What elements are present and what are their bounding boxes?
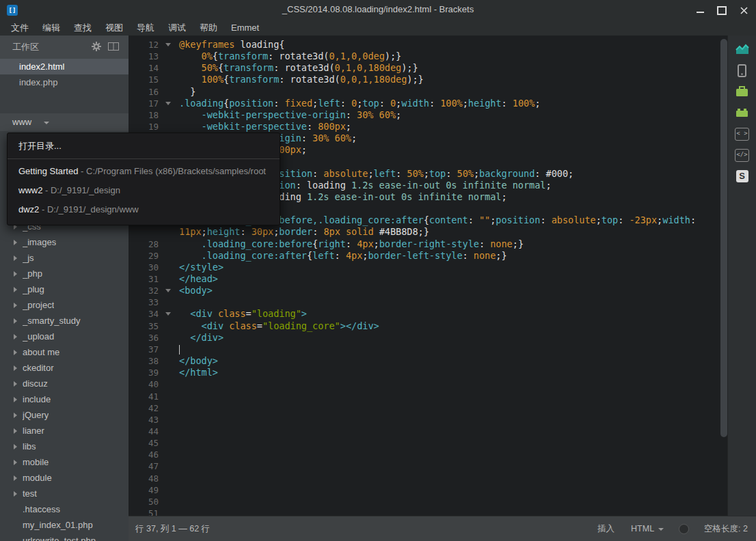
tree-item-_php[interactable]: _php: [0, 266, 129, 281]
menu-view[interactable]: 视图: [98, 20, 130, 36]
line-number: 40: [129, 378, 159, 390]
extension-manager-icon[interactable]: [734, 105, 751, 120]
code-text: 100%{transform: rotate3d(0,0,1,180deg);}: [179, 74, 424, 85]
tree-item-discuz[interactable]: discuz: [0, 376, 129, 391]
tree-item-label: _project: [23, 300, 54, 310]
project-option-dwz2[interactable]: dwz2 - D:/_9191/_design/www: [8, 200, 280, 219]
editor-scrollbar-thumb[interactable]: [720, 39, 727, 437]
working-files-title: 工作区: [12, 41, 92, 53]
collapse-arrow-icon: [14, 381, 17, 387]
line-number: 18: [129, 109, 159, 121]
snippets-icon[interactable]: S: [734, 169, 751, 184]
tree-item-_project[interactable]: _project: [0, 297, 129, 313]
code-beautify-icon[interactable]: </>: [734, 148, 751, 163]
tree-item-_plug[interactable]: _plug: [0, 281, 129, 297]
code-row-15: 15 100%{transform: rotate3d(0,0,1,180deg…: [129, 74, 728, 86]
toolbox-icon[interactable]: [734, 84, 751, 99]
tree-item-module[interactable]: module: [0, 470, 129, 486]
code-row-36: 36 </div>: [129, 332, 728, 344]
tree-item-libs[interactable]: libs: [0, 439, 129, 454]
code-row-35: 35 <div class="loading_core"></div>: [129, 320, 728, 333]
tree-item-urlrewrite_test.php[interactable]: urlrewrite_test.php: [0, 533, 129, 541]
fold-arrow-icon[interactable]: [165, 43, 171, 46]
code-row-19: 19 -webkit-perspective: 800px;: [129, 121, 728, 133]
language-selector[interactable]: HTML: [631, 524, 664, 533]
window-chrome: [] _CSS/2014.08.08.loading/index2.html -…: [0, 0, 756, 36]
code-row-14: 14 50%{transform: rotate3d(0,1,0,180deg)…: [129, 62, 728, 74]
insert-mode-status[interactable]: 插入: [597, 523, 615, 535]
tree-item-my_index_01.php[interactable]: my_index_01.php: [0, 517, 129, 533]
line-number: 37: [129, 344, 159, 355]
code-text: 50%{transform: rotate3d(0,1,0,180deg);}: [179, 62, 418, 74]
line-number: 43: [129, 414, 159, 426]
code-row-12: 12@keyframes loading{: [129, 39, 728, 51]
working-files-list: index2.htmlindex.php: [0, 59, 129, 90]
fold-arrow-icon[interactable]: [165, 102, 171, 105]
tree-item-label: mobile: [23, 457, 49, 467]
tree-item-label: urlrewrite_test.php: [23, 536, 96, 541]
project-dropdown-menu: 打开目录... Getting Started - C:/Program Fil…: [7, 133, 280, 225]
code-row-wrap: 11px;height: 30px;border: 8px solid #4BB…: [129, 226, 728, 238]
project-option-www2[interactable]: www2 - D:/_9191/_design: [8, 181, 280, 200]
code-row-41: 41: [129, 391, 728, 403]
code-text: 11px;height: 30px;border: 8px solid #4BB…: [179, 226, 429, 238]
gear-icon[interactable]: [92, 42, 101, 53]
close-button[interactable]: [738, 5, 749, 16]
code-row-38: 38</body>: [129, 355, 728, 367]
project-option-Getting Started[interactable]: Getting Started - C:/Program Files (x86)…: [8, 162, 280, 181]
status-indicator-icon[interactable]: [679, 524, 689, 534]
tree-item-test[interactable]: test: [0, 486, 129, 501]
working-file-index2.html[interactable]: index2.html: [0, 59, 129, 74]
line-number: 14: [129, 62, 159, 74]
tree-item-label: test: [23, 488, 37, 499]
tree-item-jQuery[interactable]: jQuery: [0, 407, 129, 423]
tree-item-_smarty_study[interactable]: _smarty_study: [0, 313, 129, 329]
code-tag-icon[interactable]: < >: [734, 126, 751, 141]
menubar: 文件编辑查找视图导航调试帮助Emmet: [4, 20, 266, 36]
chevron-down-icon: [658, 528, 664, 531]
statusbar: 行 37, 列 1 — 62 行 插入 HTML 空格长度: 2: [129, 516, 756, 541]
maximize-button[interactable]: [716, 5, 727, 16]
code-row-46: 46: [129, 449, 728, 461]
fold-arrow-icon[interactable]: [165, 312, 171, 316]
project-selector[interactable]: www: [0, 113, 129, 131]
menu-file[interactable]: 文件: [4, 20, 36, 36]
tree-item-label: my_index_01.php: [23, 520, 93, 530]
code-editor[interactable]: 12@keyframes loading{13 0%{transform: ro…: [129, 36, 728, 516]
tree-item-_js[interactable]: _js: [0, 250, 129, 266]
tree-item-label: include: [23, 394, 51, 404]
tree-item-lianer[interactable]: lianer: [0, 423, 129, 439]
collapse-arrow-icon: [14, 271, 17, 277]
menu-edit[interactable]: 编辑: [36, 20, 67, 36]
tree-item-_images[interactable]: _images: [0, 234, 129, 250]
tree-item-mobile[interactable]: mobile: [0, 454, 129, 470]
menu-find[interactable]: 查找: [67, 20, 98, 36]
tree-item-ckeditor[interactable]: ckeditor: [0, 360, 129, 376]
mobile-view-icon[interactable]: [734, 63, 751, 78]
menu-help[interactable]: 帮助: [193, 20, 224, 36]
project-option-path: - C:/Program Files (x86)/Brackets/sample…: [78, 166, 266, 176]
code-text: </body>: [179, 355, 218, 367]
line-number: 19: [129, 121, 159, 133]
tree-item-include[interactable]: include: [0, 391, 129, 407]
tree-item-about me[interactable]: about me: [0, 344, 129, 360]
fold-arrow-icon[interactable]: [165, 289, 171, 292]
code-text: -webkit-perspective-origin: 30% 60%;: [179, 109, 401, 121]
code-text: .loading{position: fixed;left: 0;top: 0;…: [179, 98, 541, 109]
spaces-setting[interactable]: 空格长度: 2: [704, 523, 748, 535]
menu-navigate[interactable]: 导航: [130, 20, 161, 36]
code-text: </head>: [179, 273, 218, 285]
working-file-index.php[interactable]: index.php: [0, 74, 129, 90]
menu-debug[interactable]: 调试: [161, 20, 193, 36]
menu-emmet[interactable]: Emmet: [224, 20, 266, 36]
split-view-icon[interactable]: [108, 42, 119, 53]
project-option-name: dwz2: [18, 204, 39, 214]
code-text: </div>: [179, 332, 224, 344]
open-directory-item[interactable]: 打开目录...: [8, 135, 280, 158]
live-preview-chart-icon[interactable]: [734, 42, 751, 57]
code-text: }: [179, 86, 195, 98]
minimize-button[interactable]: [694, 5, 705, 16]
tree-item-_upload[interactable]: _upload: [0, 329, 129, 344]
code-row-13: 13 0%{transform: rotate3d(0,1,0,0deg);}: [129, 51, 728, 63]
tree-item-.htaccess[interactable]: .htaccess: [0, 501, 129, 517]
